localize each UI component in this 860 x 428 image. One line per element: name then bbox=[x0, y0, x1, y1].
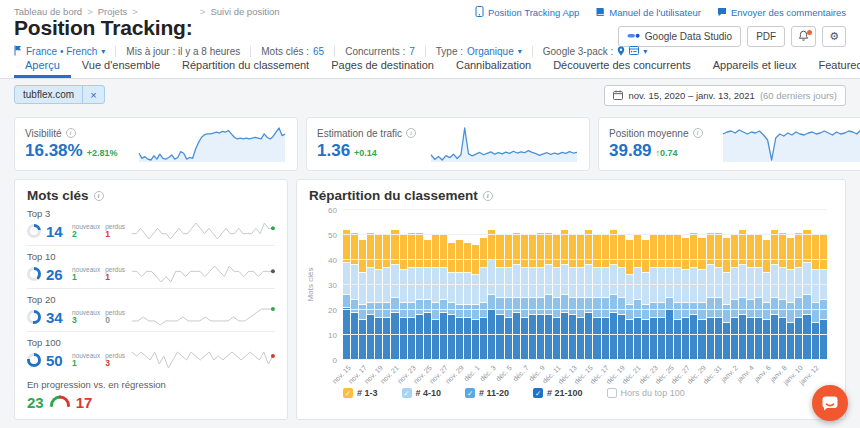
chart-bar[interactable] bbox=[755, 235, 762, 360]
chart-bar[interactable] bbox=[795, 233, 802, 361]
chart-bar[interactable] bbox=[747, 235, 754, 360]
chart-bar[interactable] bbox=[488, 230, 495, 360]
chart-bar[interactable] bbox=[585, 230, 592, 360]
chart-bar[interactable] bbox=[537, 233, 544, 361]
chart-bar[interactable] bbox=[359, 240, 366, 360]
info-icon[interactable]: i bbox=[66, 128, 76, 138]
chart-bar[interactable] bbox=[408, 233, 415, 361]
chart-bar[interactable] bbox=[513, 233, 520, 361]
chart-bar[interactable] bbox=[787, 238, 794, 361]
chart-bar[interactable] bbox=[771, 230, 778, 360]
chart-bar[interactable] bbox=[456, 240, 463, 360]
chart-bar[interactable] bbox=[674, 235, 681, 360]
pdf-export-button[interactable]: PDF bbox=[747, 26, 785, 47]
y-tick-label: 0 bbox=[317, 356, 337, 365]
chart-bar[interactable] bbox=[432, 235, 439, 360]
chart-bar[interactable] bbox=[383, 235, 390, 360]
chart-bar[interactable] bbox=[521, 235, 528, 360]
chart-bar[interactable] bbox=[569, 235, 576, 360]
chart-bar[interactable] bbox=[553, 235, 560, 360]
chart-bar[interactable] bbox=[561, 230, 568, 360]
link-label: Manuel de l'utilisateur bbox=[609, 7, 701, 18]
legend-item-hors-du-top-100[interactable]: Hors du top 100 bbox=[607, 388, 685, 398]
chart-bar[interactable] bbox=[618, 235, 625, 360]
notifications-button[interactable] bbox=[791, 26, 816, 47]
tab-appareils-et-lieux[interactable]: Appareils et lieux bbox=[702, 54, 808, 78]
legend-item-11-20[interactable]: ✓# 11-20 bbox=[465, 388, 509, 398]
chart-bar[interactable] bbox=[464, 243, 471, 361]
chat-widget-button[interactable] bbox=[812, 385, 848, 421]
chart-bar[interactable] bbox=[707, 233, 714, 361]
tab-featured-snippets[interactable]: Featured snippets bbox=[808, 54, 860, 78]
chart-bar[interactable] bbox=[343, 230, 350, 360]
chart-bar[interactable] bbox=[739, 230, 746, 360]
chart-bar[interactable] bbox=[593, 235, 600, 360]
metric-card-estimation-de-trafic: Estimation de trafici1.36+0.14 bbox=[306, 117, 590, 171]
chart-bar[interactable] bbox=[779, 233, 786, 361]
info-icon[interactable]: i bbox=[94, 191, 104, 201]
bar-segment-21-100 bbox=[505, 318, 512, 361]
info-icon[interactable]: i bbox=[406, 128, 416, 138]
chart-bar[interactable] bbox=[496, 235, 503, 360]
chart-bar[interactable] bbox=[763, 240, 770, 360]
tab-r-partition-du-classement[interactable]: Répartition du classement bbox=[171, 54, 320, 78]
chart-bar[interactable] bbox=[642, 240, 649, 360]
chart-bar[interactable] bbox=[602, 235, 609, 360]
chart-bar[interactable] bbox=[698, 238, 705, 361]
chart-bar[interactable] bbox=[803, 230, 810, 360]
chart-bar[interactable] bbox=[545, 233, 552, 361]
chart-bar[interactable] bbox=[440, 235, 447, 360]
chart-bar[interactable] bbox=[424, 240, 431, 360]
chart-bar[interactable] bbox=[472, 245, 479, 360]
chart-bar[interactable] bbox=[650, 235, 657, 360]
chart-bar[interactable] bbox=[626, 240, 633, 360]
chart-bar[interactable] bbox=[820, 235, 827, 360]
chart-bar[interactable] bbox=[480, 238, 487, 361]
bar-segment-4-10 bbox=[812, 270, 819, 303]
chart-bar[interactable] bbox=[448, 243, 455, 361]
remove-filter-button[interactable]: × bbox=[82, 86, 103, 103]
info-icon[interactable]: i bbox=[693, 128, 703, 138]
chart-bar[interactable] bbox=[577, 235, 584, 360]
link-user-manual[interactable]: Manuel de l'utilisateur bbox=[595, 6, 701, 19]
link-send-feedback[interactable]: Envoyer des commentaires bbox=[717, 6, 846, 19]
tab-aper-u[interactable]: Aperçu bbox=[14, 54, 71, 78]
chart-bar[interactable] bbox=[690, 233, 697, 361]
chart-bar[interactable] bbox=[391, 230, 398, 360]
settings-button[interactable]: ⚙ bbox=[822, 26, 846, 47]
tab-pages-de-destination[interactable]: Pages de destination bbox=[320, 54, 445, 78]
tab-d-couverte-des-concurrents[interactable]: Découverte des concurrents bbox=[542, 54, 702, 78]
tab-cannibalization[interactable]: Cannibalization bbox=[445, 54, 542, 78]
chart-bar[interactable] bbox=[400, 235, 407, 360]
bar-segment-4-10 bbox=[739, 265, 746, 298]
chart-bar[interactable] bbox=[351, 233, 358, 361]
legend-item-1-3[interactable]: ✓# 1-3 bbox=[343, 388, 378, 398]
chart-bar[interactable] bbox=[375, 235, 382, 360]
chart-bar[interactable] bbox=[731, 235, 738, 360]
google-data-studio-button[interactable]: Google Data Studio bbox=[618, 26, 741, 47]
info-icon[interactable]: i bbox=[483, 191, 493, 201]
bar-segment-21-100 bbox=[529, 315, 536, 360]
chart-bar[interactable] bbox=[416, 233, 423, 361]
tab-vue-d-ensemble[interactable]: Vue d'ensemble bbox=[71, 54, 171, 78]
legend-item-21-100[interactable]: ✓# 21-100 bbox=[533, 388, 583, 398]
chart-bar[interactable] bbox=[658, 235, 665, 360]
date-range-picker[interactable]: nov. 15, 2020 – janv. 13, 2021 (60 derni… bbox=[604, 85, 846, 106]
chart-bar[interactable] bbox=[610, 230, 617, 360]
chart-bar[interactable] bbox=[812, 235, 819, 360]
legend-item-4-10[interactable]: ✓# 4-10 bbox=[402, 388, 442, 398]
chart-bar[interactable] bbox=[666, 235, 673, 360]
chart-bar[interactable] bbox=[682, 238, 689, 361]
progress-ring-icon bbox=[27, 353, 41, 367]
chart-bar[interactable] bbox=[505, 235, 512, 360]
new-count: 1 bbox=[72, 273, 100, 282]
metric-value: 39.89 bbox=[609, 141, 652, 161]
chart-bar[interactable] bbox=[723, 238, 730, 361]
chart-bar[interactable] bbox=[367, 233, 374, 361]
bar-segment-21-100 bbox=[367, 315, 374, 360]
chart-bar[interactable] bbox=[715, 233, 722, 361]
chart-bar[interactable] bbox=[529, 235, 536, 360]
chart-bar[interactable] bbox=[634, 235, 641, 360]
breadcrumb-item[interactable]: Suivi de position bbox=[210, 6, 279, 17]
link-position-tracking-app[interactable]: Position Tracking App bbox=[475, 6, 579, 19]
